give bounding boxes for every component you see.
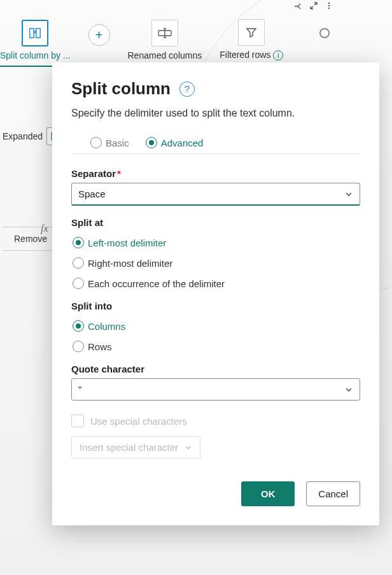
quote-char-value: ": [78, 384, 81, 395]
info-icon[interactable]: i: [273, 50, 283, 60]
radio-dot-icon: [73, 341, 84, 352]
split-into-options: Columns Rows: [71, 315, 360, 352]
step-label: Split column by ...: [0, 50, 71, 60]
quote-char-label: Quote character: [71, 364, 360, 374]
radio-label: Right-most delimiter: [88, 258, 172, 269]
applied-steps-toolbar: Split column by ... + Renamed columns Fi…: [0, 19, 392, 67]
step-add[interactable]: +: [88, 22, 110, 64]
rename-icon: [151, 20, 178, 46]
separator-value: Space: [78, 188, 106, 199]
radio-dot-icon: [73, 278, 84, 289]
use-special-chars-label: Use special characters: [90, 416, 187, 427]
step-filtered-rows[interactable]: Filtered rowsi: [220, 19, 283, 66]
chevron-down-icon: [185, 444, 192, 451]
radio-dot-icon: [73, 320, 84, 332]
svg-point-2: [328, 8, 330, 9]
chevron-down-icon: [344, 190, 353, 199]
required-mark: *: [117, 168, 121, 179]
radio-dot-icon: [73, 237, 84, 248]
split-at-label: Split at: [71, 217, 360, 228]
radio-label: Left-most delimiter: [88, 238, 166, 248]
radio-basic[interactable]: Basic: [90, 137, 129, 148]
split-column-dialog: Split column ? Specify the delimiter use…: [52, 62, 379, 525]
use-special-chars-row: Use special characters: [71, 415, 360, 427]
radio-right-most[interactable]: Right-most delimiter: [73, 257, 360, 269]
expand-icon[interactable]: [309, 1, 318, 11]
radio-label: Basic: [106, 138, 129, 148]
split-at-options: Left-most delimiter Right-most delimiter…: [71, 232, 360, 289]
branch-icon[interactable]: [293, 1, 303, 11]
step-label: Renamed columns: [128, 50, 202, 60]
radio-advanced[interactable]: Advanced: [146, 137, 204, 148]
mini-toolbar: [293, 1, 333, 11]
dialog-title: Split column: [71, 79, 171, 99]
radio-label: Columns: [88, 321, 125, 332]
insert-special-char-label: Insert special character: [80, 442, 178, 453]
cancel-button[interactable]: Cancel: [306, 481, 360, 506]
svg-rect-3: [30, 28, 34, 38]
dialog-actions: OK Cancel: [71, 481, 360, 506]
radio-dot-icon: [90, 137, 102, 148]
dialog-subtitle: Specify the delimiter used to split the …: [71, 108, 360, 119]
radio-each-occurrence[interactable]: Each occurrence of the delimiter: [73, 278, 360, 289]
quote-char-select[interactable]: ": [71, 378, 360, 401]
radio-label: Rows: [88, 341, 112, 352]
step-label: Filtered rowsi: [220, 50, 283, 60]
filter-icon: [238, 19, 265, 46]
radio-label: Each occurrence of the delimiter: [88, 278, 225, 289]
ok-button[interactable]: OK: [241, 481, 295, 506]
help-icon[interactable]: ?: [179, 82, 195, 97]
plus-icon: +: [88, 24, 110, 46]
svg-point-1: [328, 5, 330, 6]
use-special-chars-checkbox[interactable]: [71, 415, 84, 427]
radio-label: Advanced: [161, 138, 204, 148]
radio-dot-icon: [146, 137, 157, 148]
split-column-icon: [22, 20, 48, 46]
step-renamed-columns[interactable]: Renamed columns: [128, 20, 202, 66]
separator-label: Separator*: [71, 168, 360, 179]
svg-point-0: [328, 3, 330, 4]
svg-rect-4: [36, 28, 40, 38]
radio-dot-icon: [73, 257, 84, 269]
radio-left-most[interactable]: Left-most delimiter: [73, 237, 360, 248]
insert-special-char-button: Insert special character: [71, 436, 200, 458]
separator-select[interactable]: Space: [71, 183, 360, 206]
mode-selector: Basic Advanced: [71, 132, 360, 154]
more-icon[interactable]: [325, 1, 333, 11]
split-into-label: Split into: [71, 301, 360, 311]
radio-columns[interactable]: Columns: [73, 320, 360, 332]
radio-rows[interactable]: Rows: [73, 341, 360, 352]
expanded-label: Expanded: [3, 131, 43, 141]
step-split-column[interactable]: Split column by ...: [0, 20, 71, 66]
chevron-down-icon: [344, 385, 353, 394]
